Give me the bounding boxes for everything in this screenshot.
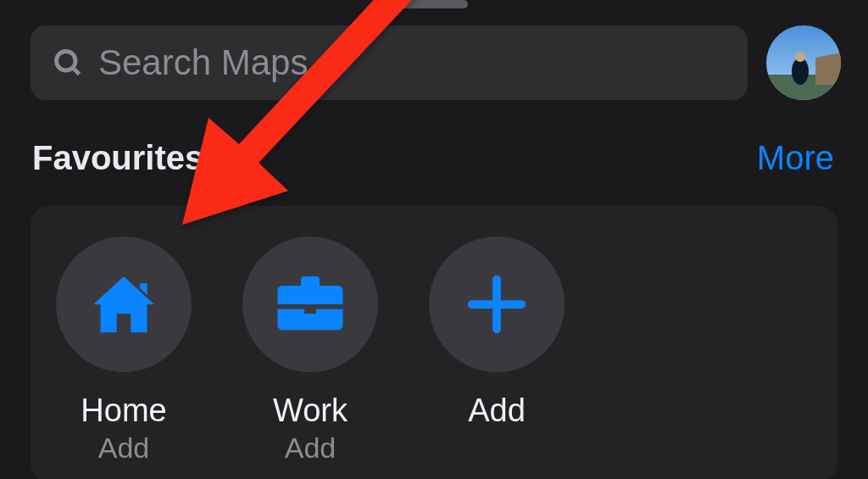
avatar-image [766,25,841,100]
profile-avatar[interactable] [766,25,841,100]
favourite-home-circle [56,237,192,372]
search-placeholder: Search Maps [98,42,308,83]
svg-point-5 [795,52,805,62]
home-icon [86,267,161,342]
favourite-add[interactable]: Add [426,237,568,465]
svg-line-1 [73,68,80,75]
favourite-add-circle [429,237,565,372]
briefcase-icon [273,267,348,342]
favourites-panel: Home Add Work Add Add [31,206,837,479]
sheet-drag-handle[interactable] [400,0,468,8]
search-icon [53,47,83,78]
favourite-home[interactable]: Home Add [53,237,195,465]
plus-icon [464,271,530,337]
favourite-add-label: Add [468,393,526,430]
favourites-title: Favourites [32,139,203,177]
favourite-home-sublabel: Add [98,432,150,465]
favourite-work-sublabel: Add [285,432,337,465]
favourite-work[interactable]: Work Add [239,237,381,465]
favourite-work-circle [242,237,378,372]
svg-point-0 [57,52,76,71]
more-link[interactable]: More [757,139,834,177]
search-input[interactable]: Search Maps [31,25,748,100]
favourites-header: Favourites More [0,100,868,177]
favourite-work-label: Work [273,393,348,430]
search-row: Search Maps [0,0,868,100]
favourite-home-label: Home [81,393,166,430]
